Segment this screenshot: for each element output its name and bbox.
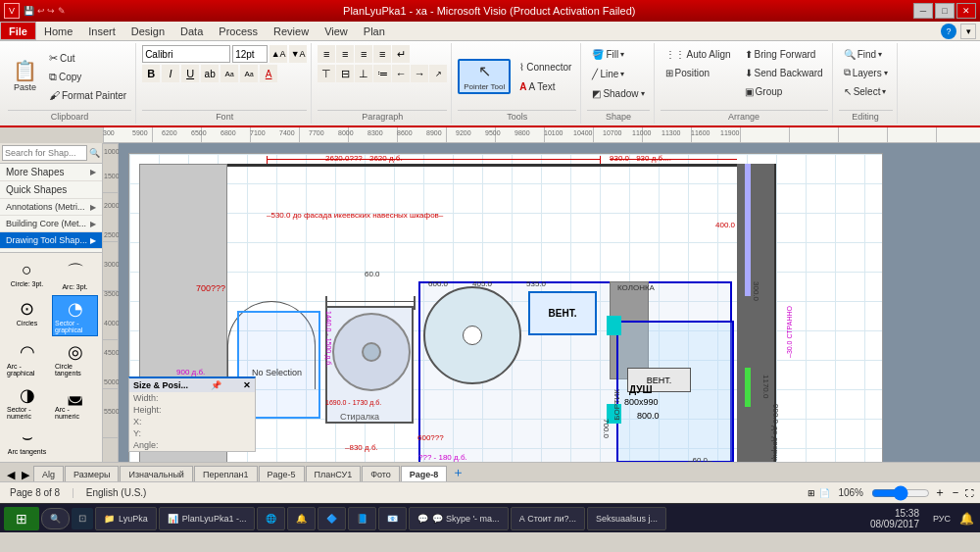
- help-button[interactable]: ?: [941, 24, 956, 39]
- ribbon-toggle-button[interactable]: ▾: [960, 24, 976, 39]
- shapes-drawing-item[interactable]: Drawing Tool Shap... ▶: [0, 232, 102, 249]
- tab-razmery[interactable]: Размеры: [65, 466, 119, 481]
- align-left-button[interactable]: ≡: [318, 45, 335, 63]
- menu-home[interactable]: Home: [36, 22, 80, 40]
- superscript-button[interactable]: Aa: [220, 65, 238, 82]
- task-view-button[interactable]: ⊡: [72, 508, 93, 529]
- taskbar-skype[interactable]: 💬 💬 Skype '- ma...: [409, 507, 508, 530]
- canvas-area[interactable]: Стиралка ВЕНТ. КОЛОНКА: [119, 143, 980, 462]
- menu-data[interactable]: Data: [172, 22, 211, 40]
- layers-button[interactable]: ⧉ Layers ▾: [839, 64, 893, 81]
- decrease-font-button[interactable]: ▼A: [289, 45, 307, 63]
- start-button[interactable]: ⊞: [4, 507, 39, 530]
- taskbar-link1[interactable]: А Стоит ли?...: [511, 507, 585, 530]
- menu-design[interactable]: Design: [123, 22, 172, 40]
- font-color-button[interactable]: A: [260, 65, 277, 82]
- taskbar-notif[interactable]: 🔔: [287, 507, 316, 530]
- arc-numeric-shape[interactable]: ◛ Arc - numeric: [52, 381, 98, 423]
- select-button[interactable]: ↖ Select ▾: [839, 82, 893, 100]
- paste-button[interactable]: 📋 Paste: [8, 49, 42, 104]
- menu-process[interactable]: Process: [211, 22, 266, 40]
- valign-bottom-button[interactable]: ⊥: [355, 65, 372, 82]
- sector-numeric-shape[interactable]: ◑ Sector - numeric: [4, 381, 50, 423]
- taskbar-search[interactable]: 🔍: [41, 508, 70, 529]
- taskbar-mail[interactable]: 📧: [378, 507, 407, 530]
- shapes-building-item[interactable]: Building Core (Met... ▶: [0, 216, 102, 232]
- tab-replan1[interactable]: Переплан1: [194, 466, 258, 481]
- tab-page5[interactable]: Page-5: [259, 466, 305, 481]
- maximize-button[interactable]: □: [935, 3, 955, 19]
- cut-button[interactable]: ✂ Cut: [44, 49, 131, 67]
- menu-file[interactable]: File: [0, 22, 36, 40]
- tab-add-button[interactable]: ＋: [448, 464, 468, 481]
- menu-review[interactable]: Review: [266, 22, 317, 40]
- underline-button[interactable]: U: [181, 65, 199, 82]
- taskbar-browser[interactable]: 🌐: [257, 507, 285, 530]
- position-button[interactable]: ⊞ Position: [661, 64, 736, 81]
- zoom-in-button[interactable]: ＋: [934, 484, 946, 501]
- subscript-button[interactable]: Aa: [240, 65, 258, 82]
- taskbar-visio[interactable]: 📊 PlanLyuPka1 -...: [159, 507, 256, 530]
- circles-shape[interactable]: ⊙ Circles: [4, 295, 50, 336]
- group-button[interactable]: ▣ Group: [740, 82, 828, 100]
- taskbar-lyupka[interactable]: 📁 LyuPka: [95, 507, 157, 530]
- line-button[interactable]: ╱ Line ▾: [587, 65, 649, 82]
- status-page-button[interactable]: 📄: [819, 488, 830, 498]
- increase-indent-button[interactable]: →: [411, 65, 428, 82]
- zoom-slider[interactable]: [871, 488, 930, 498]
- decrease-indent-button[interactable]: ←: [392, 65, 410, 82]
- arc-graphical-shape[interactable]: ◠ Arc - graphical: [4, 338, 50, 379]
- send-backward-button[interactable]: ⬇ Send Backward: [740, 64, 828, 81]
- status-layout-button[interactable]: ⊞: [808, 488, 815, 498]
- minimize-button[interactable]: ─: [913, 3, 933, 19]
- font-size-combo[interactable]: [232, 45, 268, 63]
- fullscreen-button[interactable]: ⛶: [965, 488, 974, 498]
- taskbar-app2[interactable]: 📘: [348, 507, 376, 530]
- strikethrough-button[interactable]: ab: [201, 65, 219, 82]
- align-right-button[interactable]: ≡: [355, 45, 372, 63]
- tab-plansu1[interactable]: ПланСУ1: [306, 466, 362, 481]
- quick-shapes-item[interactable]: Quick Shapes: [0, 181, 102, 199]
- close-button[interactable]: ✕: [956, 3, 976, 19]
- circle-3pt-shape[interactable]: ○ Circle: 3pt.: [4, 257, 50, 293]
- connector-button[interactable]: ⌇ Connector: [514, 58, 576, 75]
- shadow-button[interactable]: ◩ Shadow ▾: [587, 84, 649, 102]
- zoom-out-button[interactable]: －: [950, 484, 961, 501]
- pointer-tool-button[interactable]: ↖ Pointer Tool: [458, 59, 511, 94]
- shapes-annotations-item[interactable]: Annotations (Metri... ▶: [0, 199, 102, 216]
- shapes-search-icon[interactable]: 🔍: [89, 148, 100, 158]
- fill-button[interactable]: 🪣 Fill ▾: [587, 45, 649, 63]
- find-button[interactable]: 🔍 Find ▾: [839, 45, 893, 63]
- tab-scroll-left[interactable]: ◀: [4, 469, 18, 481]
- text-button[interactable]: A A Text: [514, 77, 576, 95]
- valign-middle-button[interactable]: ⊟: [336, 65, 354, 82]
- tab-iznachalny[interactable]: Изначальный: [120, 466, 192, 481]
- taskbar-link2[interactable]: Seksuaalsus j...: [587, 507, 666, 530]
- arc-tangents-shape[interactable]: ⌣ Arc tangents: [4, 425, 50, 458]
- taskbar-action-center[interactable]: 🔔: [956, 509, 976, 528]
- size-pos-close-button[interactable]: ✕: [243, 380, 251, 390]
- bullet-button[interactable]: ≔: [373, 65, 391, 82]
- bring-forward-button[interactable]: ⬆ Bring Forward: [740, 45, 828, 63]
- valign-top-button[interactable]: ⊤: [318, 65, 335, 82]
- menu-view[interactable]: View: [317, 22, 356, 40]
- tab-scroll-right[interactable]: ▶: [19, 469, 32, 481]
- shapes-search-input[interactable]: [2, 145, 87, 161]
- italic-button[interactable]: I: [162, 65, 179, 82]
- menu-insert[interactable]: Insert: [80, 22, 123, 40]
- justify-button[interactable]: ≡: [373, 45, 391, 63]
- align-center-button[interactable]: ≡: [336, 45, 354, 63]
- arc-3pt-shape[interactable]: ⌒ Arc: 3pt.: [52, 257, 98, 293]
- tab-page8[interactable]: Page-8: [401, 466, 448, 481]
- auto-align-button[interactable]: ⋮⋮ Auto Align: [661, 45, 736, 63]
- increase-font-button[interactable]: ▲A: [270, 45, 287, 63]
- bold-button[interactable]: B: [142, 65, 160, 82]
- copy-button[interactable]: ⧉ Copy: [44, 68, 131, 85]
- size-pos-pin-button[interactable]: 📌: [211, 380, 221, 390]
- menu-plan[interactable]: Plan: [356, 22, 393, 40]
- indent-button[interactable]: ↵: [392, 45, 410, 63]
- tab-alg[interactable]: Alg: [33, 466, 64, 481]
- sector-graphical-shape[interactable]: ◔ Sector - graphical: [52, 295, 98, 336]
- circle-tangents-shape[interactable]: ◎ Circle tangents: [52, 338, 98, 379]
- taskbar-app1[interactable]: 🔷: [318, 507, 346, 530]
